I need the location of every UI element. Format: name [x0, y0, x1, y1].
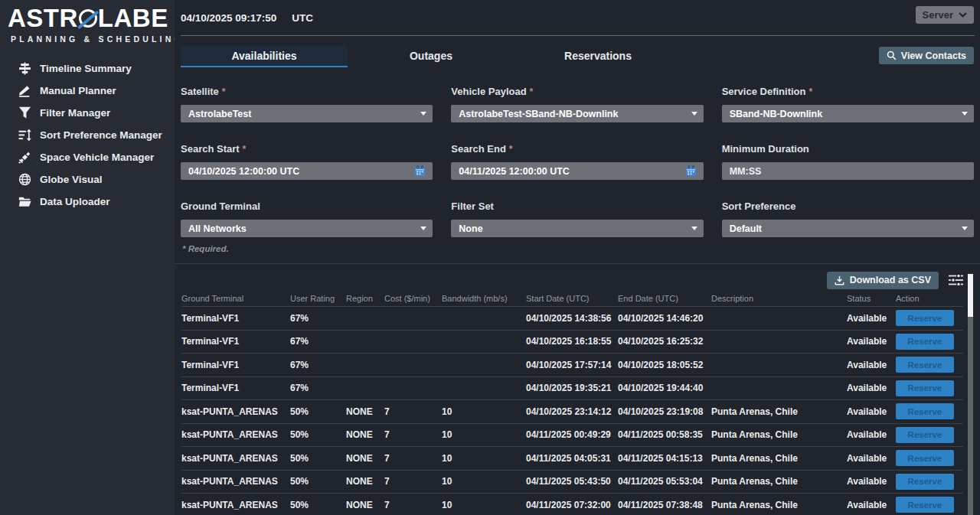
view-contacts-button[interactable]: View Contacts [879, 47, 974, 64]
table-row: ksat-PUNTA_ARENAS50%NONE71004/11/2025 07… [181, 494, 963, 515]
cell-cost: 7 [384, 429, 442, 440]
tab-reservations[interactable]: Reservations [514, 46, 681, 67]
reserve-button[interactable]: Reserve [896, 380, 954, 396]
required-asterisk: * [530, 86, 534, 97]
field-label: Vehicle Payload [451, 86, 526, 97]
sidebar-item-timeline-summary[interactable]: Timeline Summary [0, 57, 175, 80]
reserve-button[interactable]: Reserve [896, 403, 954, 419]
cell-ground-terminal: ksat-PUNTA_ARENAS [181, 429, 290, 440]
sidebar-item-manual-planner[interactable]: Manual Planner [0, 80, 175, 102]
vehicle-payload-select[interactable]: AstrolabeTest-SBand-NB-Downlink [451, 105, 703, 122]
cell-user-rating: 67% [290, 383, 346, 393]
sort-preference-select[interactable]: Default [722, 220, 974, 237]
cell-bandwidth: 10 [442, 500, 526, 510]
cell-ground-terminal: Terminal-VF1 [181, 383, 290, 393]
cell-status: Available [847, 313, 896, 324]
cell-description: Punta Arenas, Chile [711, 476, 847, 487]
tab-availabilities[interactable]: Availabilities [181, 46, 348, 67]
search-form: Satellite* AstrolabeTest Vehicle Payload… [181, 86, 974, 237]
reserve-button[interactable]: Reserve [896, 427, 954, 443]
table-row: Terminal-VF167%04/10/2025 17:57:1404/10/… [181, 354, 963, 377]
table-body: Terminal-VF167%04/10/2025 14:38:5604/10/… [181, 307, 963, 515]
cell-ground-terminal: ksat-PUNTA_ARENAS [181, 500, 290, 510]
chevron-down-icon [420, 227, 426, 230]
required-note: * Required. [182, 244, 974, 253]
field-label: Search Start [181, 143, 240, 155]
folder-icon [18, 195, 31, 208]
cell-region: NONE [346, 406, 384, 417]
ground-terminal-select[interactable]: All Networks [181, 220, 433, 237]
filter-set-select[interactable]: None [451, 220, 703, 237]
timeline-icon [18, 62, 31, 75]
calendar-icon[interactable] [684, 165, 697, 178]
download-csv-button[interactable]: Download as CSV [827, 272, 939, 289]
cell-region: NONE [346, 500, 384, 510]
cell-user-rating: 50% [290, 453, 346, 464]
sidebar-item-label: Sort Preference Manager [40, 129, 162, 141]
required-asterisk: * [222, 86, 226, 97]
cell-user-rating: 67% [290, 336, 346, 347]
cell-start-date: 04/10/2025 19:35:21 [526, 383, 618, 393]
column-header-bandwidth: Bandwidth (mb/s) [442, 294, 526, 303]
download-csv-label: Download as CSV [850, 275, 931, 285]
cell-description: Punta Arenas, Chile [711, 453, 847, 464]
scrollbar-thumb[interactable] [968, 274, 973, 317]
field-satellite: Satellite* AstrolabeTest [181, 86, 433, 122]
cell-end-date: 04/10/2025 23:19:08 [618, 406, 711, 417]
reserve-button[interactable]: Reserve [896, 497, 954, 513]
logo-title: ASTRLABE [8, 5, 168, 32]
table-row: ksat-PUNTA_ARENAS50%NONE71004/11/2025 05… [181, 471, 963, 494]
column-header-region: Region [346, 294, 384, 303]
reserve-button[interactable]: Reserve [896, 474, 954, 490]
view-contacts-label: View Contacts [901, 51, 966, 61]
field-label: Search End [451, 143, 506, 155]
satellite-icon [18, 151, 31, 164]
cell-ground-terminal: ksat-PUNTA_ARENAS [181, 453, 290, 464]
reserve-button[interactable]: Reserve [896, 334, 954, 350]
field-label: Minimum Duration [722, 143, 809, 155]
cell-user-rating: 50% [290, 406, 346, 417]
cell-action: Reserve [896, 450, 963, 466]
sidebar-item-filter-manager[interactable]: Filter Manager [0, 102, 175, 124]
chevron-down-icon [420, 112, 426, 116]
sidebar-item-space-vehicle-manager[interactable]: Space Vehicle Manager [0, 146, 175, 168]
cell-action: Reserve [896, 310, 963, 326]
cell-start-date: 04/10/2025 14:38:56 [526, 313, 618, 324]
column-header-action: Action [896, 294, 963, 303]
search-end-input[interactable]: 04/11/2025 12:00:00 UTC [451, 162, 703, 180]
required-asterisk: * [808, 86, 812, 97]
satellite-select[interactable]: AstrolabeTest [181, 105, 433, 122]
reserve-button[interactable]: Reserve [896, 310, 954, 326]
field-vehicle-payload: Vehicle Payload* AstrolabeTest-SBand-NB-… [451, 86, 703, 122]
column-header-status: Status [847, 294, 896, 303]
sidebar-item-label: Globe Visual [40, 174, 103, 185]
calendar-icon[interactable] [413, 165, 426, 178]
sidebar-item-data-uploader[interactable]: Data Uploader [0, 191, 175, 213]
sliders-icon[interactable] [949, 273, 963, 287]
table-row: Terminal-VF167%04/10/2025 14:38:5604/10/… [181, 307, 963, 331]
funnel-icon [18, 106, 31, 119]
sidebar: ASTRLABE PLANNING & SCHEDULING Timeline … [0, 0, 175, 515]
field-search-end: Search End* 04/11/2025 12:00:00 UTC [451, 143, 703, 180]
server-dropdown-button[interactable]: Server [916, 6, 974, 24]
field-label: Filter Set [451, 200, 494, 212]
reserve-button[interactable]: Reserve [896, 450, 954, 466]
table-scrollbar[interactable] [968, 274, 973, 515]
cell-region: NONE [346, 476, 384, 487]
cell-cost: 7 [384, 500, 442, 510]
service-definition-select[interactable]: SBand-NB-Downlink [722, 105, 974, 122]
tab-outages[interactable]: Outages [348, 46, 514, 67]
cell-action: Reserve [896, 357, 963, 373]
sidebar-item-globe-visual[interactable]: Globe Visual [0, 168, 175, 191]
minimum-duration-input[interactable] [730, 162, 968, 180]
cell-status: Available [847, 360, 896, 370]
search-start-input[interactable]: 04/10/2025 12:00:00 UTC [181, 162, 433, 180]
reserve-button[interactable]: Reserve [896, 357, 954, 373]
astrolabe-app: ASTRLABE PLANNING & SCHEDULING Timeline … [0, 0, 980, 515]
cell-start-date: 04/10/2025 16:18:55 [526, 336, 618, 347]
sidebar-item-sort-preference-manager[interactable]: Sort Preference Manager [0, 124, 175, 146]
sidebar-nav: Timeline Summary Manual Planner Filter M… [0, 57, 175, 213]
server-label: Server [923, 9, 953, 21]
cell-user-rating: 67% [290, 360, 346, 370]
cell-status: Available [847, 383, 896, 393]
